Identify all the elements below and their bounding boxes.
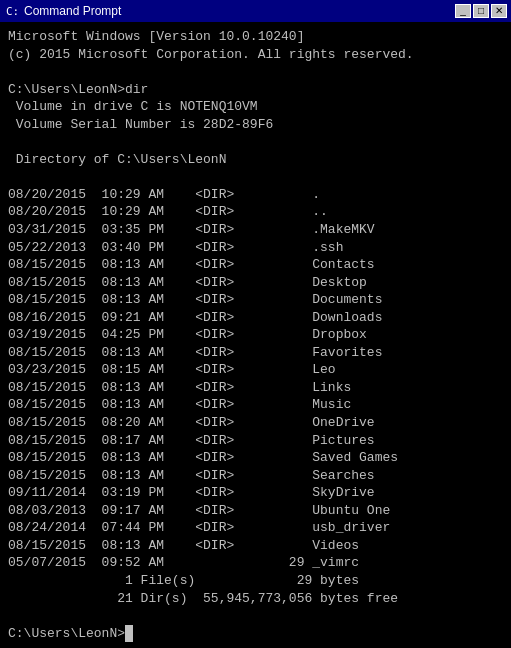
maximize-button[interactable]: □ xyxy=(473,4,489,18)
terminal-line: 08/15/2015 08:13 AM <DIR> Music xyxy=(8,397,351,412)
terminal-line: 08/15/2015 08:17 AM <DIR> Pictures xyxy=(8,433,375,448)
terminal-line: 03/31/2015 03:35 PM <DIR> .MakeMKV xyxy=(8,222,375,237)
cmd-icon: C: xyxy=(4,3,20,19)
cursor xyxy=(125,625,133,643)
terminal-line: (c) 2015 Microsoft Corporation. All righ… xyxy=(8,47,414,62)
terminal-line: 08/16/2015 09:21 AM <DIR> Downloads xyxy=(8,310,382,325)
title-bar-buttons: _ □ ✕ xyxy=(455,4,507,18)
terminal-line: 09/11/2014 03:19 PM <DIR> SkyDrive xyxy=(8,485,375,500)
terminal-line: 05/07/2015 09:52 AM 29 _vimrc xyxy=(8,555,359,570)
terminal-line: 08/15/2015 08:13 AM <DIR> Videos xyxy=(8,538,359,553)
terminal-line: 08/15/2015 08:13 AM <DIR> Links xyxy=(8,380,351,395)
terminal-line: 05/22/2013 03:40 PM <DIR> .ssh xyxy=(8,240,343,255)
terminal-line: C:\Users\LeonN> xyxy=(8,626,133,641)
terminal-line: 08/15/2015 08:20 AM <DIR> OneDrive xyxy=(8,415,375,430)
terminal-line: 08/15/2015 08:13 AM <DIR> Searches xyxy=(8,468,375,483)
terminal-line: 08/20/2015 10:29 AM <DIR> .. xyxy=(8,204,328,219)
terminal-line: 08/24/2014 07:44 PM <DIR> usb_driver xyxy=(8,520,390,535)
terminal-line: 08/03/2013 09:17 AM <DIR> Ubuntu One xyxy=(8,503,390,518)
close-button[interactable]: ✕ xyxy=(491,4,507,18)
terminal-line: 08/15/2015 08:13 AM <DIR> Documents xyxy=(8,292,382,307)
terminal-line: C:\Users\LeonN>dir xyxy=(8,82,148,97)
minimize-button[interactable]: _ xyxy=(455,4,471,18)
terminal-line: Volume in drive C is NOTENQ10VM xyxy=(8,99,258,114)
terminal-line: 08/15/2015 08:13 AM <DIR> Saved Games xyxy=(8,450,398,465)
terminal-line: 03/19/2015 04:25 PM <DIR> Dropbox xyxy=(8,327,367,342)
terminal-line: 03/23/2015 08:15 AM <DIR> Leo xyxy=(8,362,336,377)
terminal-line: 08/15/2015 08:13 AM <DIR> Desktop xyxy=(8,275,367,290)
terminal: Microsoft Windows [Version 10.0.10240] (… xyxy=(0,22,511,648)
svg-text:C:: C: xyxy=(6,5,19,18)
terminal-line: Volume Serial Number is 28D2-89F6 xyxy=(8,117,273,132)
terminal-line: 08/15/2015 08:13 AM <DIR> Favorites xyxy=(8,345,382,360)
terminal-line: 1 File(s) 29 bytes xyxy=(8,573,359,588)
terminal-line: 08/15/2015 08:13 AM <DIR> Contacts xyxy=(8,257,375,272)
terminal-line: Directory of C:\Users\LeonN xyxy=(8,152,226,167)
terminal-line: 21 Dir(s) 55,945,773,056 bytes free xyxy=(8,591,398,606)
title-bar: C: Command Prompt _ □ ✕ xyxy=(0,0,511,22)
terminal-line: 08/20/2015 10:29 AM <DIR> . xyxy=(8,187,320,202)
title-bar-text: Command Prompt xyxy=(24,4,451,18)
terminal-line: Microsoft Windows [Version 10.0.10240] xyxy=(8,29,304,44)
